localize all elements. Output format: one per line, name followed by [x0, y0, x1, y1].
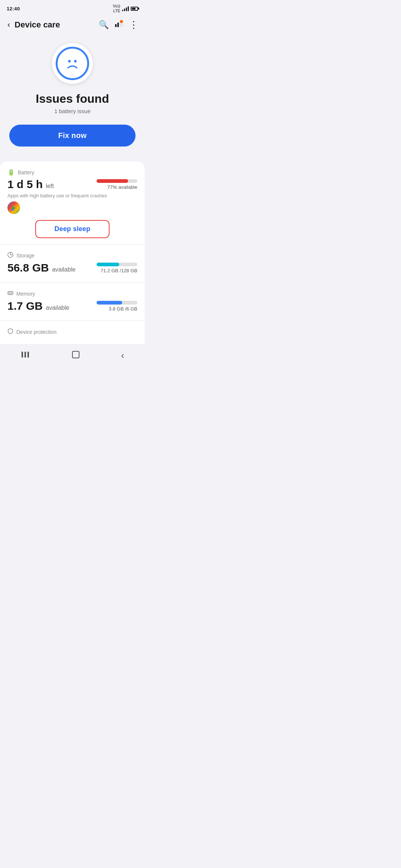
storage-progress-wrap: 71.2 GB /128 GB — [97, 263, 137, 273]
memory-section: Memory 1.7 GB available 3.8 GB /6 GB — [0, 283, 145, 321]
memory-progress-wrap: 3.8 GB /6 GB — [97, 301, 137, 312]
storage-label: Storage — [16, 253, 35, 259]
svg-rect-12 — [10, 292, 11, 294]
issues-title: Issues found — [36, 92, 109, 106]
svg-rect-1 — [117, 23, 119, 27]
svg-rect-13 — [12, 292, 12, 294]
battery-progress-bar — [97, 179, 137, 183]
svg-rect-0 — [115, 24, 117, 27]
search-button[interactable]: 🔍 — [99, 20, 109, 30]
volte-lte-label: Vo)) LTE — [113, 4, 120, 13]
nav-right: 🔍 ⋮ — [99, 19, 139, 31]
sad-face-icon — [61, 52, 84, 75]
app-icon — [7, 201, 20, 214]
battery-section-icon: 🔋 — [7, 169, 15, 176]
memory-progress-label: 3.8 GB /6 GB — [109, 306, 137, 312]
svg-rect-20 — [27, 352, 29, 358]
svg-rect-11 — [9, 292, 9, 294]
hero-section: Issues found 1 battery issue Fix now — [0, 36, 145, 158]
signal-bars-icon — [122, 6, 129, 11]
device-protection-icon — [7, 328, 13, 336]
storage-section-icon — [7, 252, 13, 259]
device-protection-section: Device protection — [0, 321, 145, 344]
svg-rect-14 — [9, 291, 10, 292]
memory-progress-fill — [97, 301, 122, 305]
status-indicators: Vo)) LTE — [113, 4, 138, 13]
status-bar: 12:40 Vo)) LTE — [0, 0, 145, 16]
storage-progress-label: 71.2 GB /128 GB — [101, 268, 137, 273]
device-protection-header: Device protection — [7, 328, 137, 336]
bottom-navigation: ‹ — [0, 344, 145, 369]
memory-progress-bar — [97, 301, 137, 305]
svg-rect-15 — [11, 291, 12, 292]
battery-main-row: 1 d 5 h left 77% available — [7, 178, 137, 191]
storage-progress-fill — [97, 263, 119, 266]
svg-rect-16 — [9, 295, 10, 295]
storage-main-row: 56.8 GB available 71.2 GB /128 GB — [7, 262, 137, 274]
svg-rect-18 — [22, 352, 23, 358]
memory-label: Memory — [16, 291, 35, 297]
battery-section: 🔋 Battery 1 d 5 h left 77% available App… — [0, 161, 145, 244]
signal-status-icon — [115, 20, 123, 30]
memory-value: 1.7 GB available — [7, 300, 69, 312]
issues-subtitle: 1 battery issue — [54, 108, 91, 114]
memory-header: Memory — [7, 290, 137, 297]
svg-point-4 — [120, 20, 123, 23]
sad-face-container — [52, 43, 93, 84]
svg-point-6 — [74, 60, 77, 63]
svg-point-5 — [68, 60, 71, 63]
storage-value: 56.8 GB available — [7, 262, 75, 274]
top-navigation: ‹ Device care 🔍 ⋮ — [0, 16, 145, 36]
battery-progress-wrap: 77% available — [97, 179, 137, 190]
battery-value: 1 d 5 h left — [7, 178, 54, 191]
app-icons-row — [7, 201, 137, 214]
device-protection-label: Device protection — [16, 329, 56, 335]
storage-header: Storage — [7, 252, 137, 259]
svg-rect-19 — [25, 352, 26, 358]
battery-warning-text: Apps with high battery use or frequent c… — [7, 193, 137, 198]
cards-container: 🔋 Battery 1 d 5 h left 77% available App… — [0, 161, 145, 344]
more-options-button[interactable]: ⋮ — [129, 19, 139, 31]
battery-header: 🔋 Battery — [7, 169, 137, 176]
sad-face-circle — [56, 47, 89, 80]
back-nav-button[interactable]: ‹ — [121, 350, 124, 361]
back-button[interactable]: ‹ — [6, 19, 12, 31]
nav-left: ‹ Device care — [6, 19, 60, 31]
svg-point-8 — [12, 207, 15, 210]
svg-rect-17 — [11, 295, 12, 295]
battery-progress-fill — [97, 179, 128, 183]
menu-button[interactable] — [20, 351, 30, 361]
storage-progress-bar — [97, 263, 137, 266]
battery-progress-label: 77% available — [107, 184, 137, 190]
memory-section-icon — [7, 290, 13, 297]
battery-icon — [131, 7, 138, 11]
status-time: 12:40 — [7, 6, 20, 11]
memory-main-row: 1.7 GB available 3.8 GB /6 GB — [7, 300, 137, 312]
svg-rect-21 — [72, 351, 79, 358]
deep-sleep-button[interactable]: Deep sleep — [35, 220, 110, 238]
home-button[interactable] — [71, 350, 80, 361]
page-title: Device care — [14, 20, 60, 30]
fix-now-button[interactable]: Fix now — [9, 125, 136, 147]
battery-label: Battery — [18, 170, 34, 175]
storage-section: Storage 56.8 GB available 71.2 GB /128 G… — [0, 244, 145, 283]
